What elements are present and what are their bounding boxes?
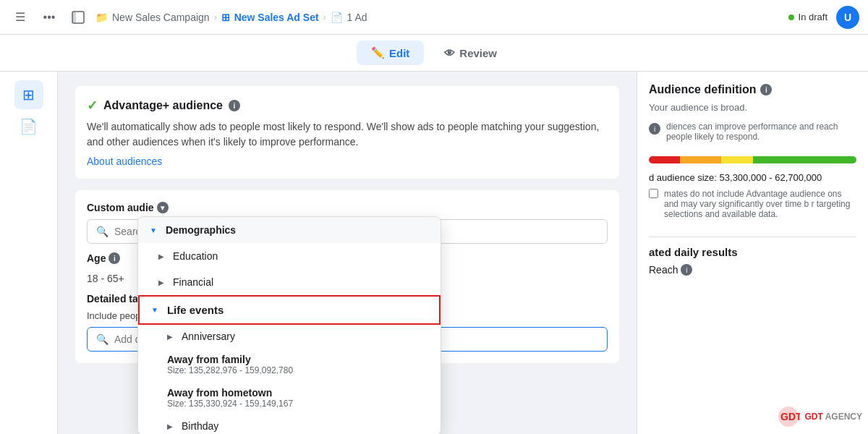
birthday-label: Birthday (182, 420, 218, 432)
demographics-header: ▼ Demographics (138, 217, 441, 243)
results-section: ated daily results Reach i (649, 237, 856, 276)
breadcrumb-separator-1: › (214, 12, 217, 22)
campaign-icon: 📁 (95, 12, 108, 23)
meter-red (649, 156, 680, 163)
top-bar-right: In draft U (788, 6, 859, 29)
away-from-family-size: Size: 135,282,976 - 159,092,780 (167, 365, 429, 375)
watermark-logo-icon: GDT (777, 405, 800, 428)
away-from-family-label: Away from family (167, 354, 429, 365)
breadcrumb-separator-2: › (323, 12, 326, 22)
anniversary-item[interactable]: ▶ Anniversary (138, 325, 441, 348)
demographics-label: Demographics (166, 224, 236, 236)
demographics-dropdown: ▼ Demographics ▶ Education ▶ Financial ▼… (137, 216, 441, 434)
audience-size-text: d audience size: 53,300,000 - 62,700,000 (649, 172, 856, 183)
away-from-family-item[interactable]: Away from family Size: 135,282,976 - 159… (138, 348, 441, 381)
panel-note-icon[interactable]: i (649, 123, 660, 135)
status-dot (788, 14, 794, 20)
content-area: ✓ Advantage+ audience i We'll automatica… (58, 72, 637, 434)
panel-info-icon[interactable]: i (760, 84, 772, 95)
edit-label: Edit (389, 47, 409, 59)
meter-orange (680, 156, 721, 163)
away-from-hometown-item[interactable]: Away from hometown Size: 135,330,924 - 1… (138, 381, 441, 414)
search-icon: 🔍 (96, 226, 109, 237)
check-icon: ✓ (87, 98, 98, 114)
adset-icon: ⊞ (221, 12, 230, 23)
ad-label: 1 Ad (347, 12, 367, 23)
review-label: Review (459, 47, 497, 59)
away-from-hometown-size: Size: 135,330,924 - 159,149,167 (167, 399, 429, 409)
birthday-item[interactable]: ▶ Birthday (138, 414, 441, 434)
adset-breadcrumb[interactable]: ⊞ New Sales Ad Set (221, 12, 319, 23)
campaign-label: New Sales Campaign (112, 12, 210, 23)
watermark-text: GDT AGENCY (804, 412, 862, 422)
disclaimer-text: mates do not include Advantage audience … (664, 189, 856, 219)
reach-info-icon[interactable]: i (681, 264, 692, 276)
advantage-info-icon[interactable]: i (229, 100, 240, 111)
disclaimer-row: mates do not include Advantage audience … (649, 189, 856, 225)
edit-icon: ✏️ (371, 46, 385, 59)
financial-item[interactable]: ▶ Financial (138, 269, 441, 295)
anniversary-chevron: ▶ (167, 333, 173, 341)
advantage-title: ✓ Advantage+ audience i (87, 98, 608, 114)
sidebar-grid-icon[interactable]: ⊞ (14, 80, 43, 109)
disclaimer-checkbox[interactable] (649, 189, 658, 198)
financial-label: Financial (173, 276, 213, 288)
reach-row: Reach i (649, 264, 856, 276)
breadcrumb-area: ☰ ••• 📁 New Sales Campaign › ⊞ New Sales… (9, 6, 783, 29)
panel-note-row: i diences can improve performance and re… (649, 122, 856, 148)
ad-icon: 📄 (331, 12, 343, 23)
custom-audience-text: Custom audie (87, 202, 154, 213)
edit-tab[interactable]: ✏️ Edit (357, 41, 424, 65)
meter-green (753, 156, 857, 163)
top-navigation-bar: ☰ ••• 📁 New Sales Campaign › ⊞ New Sales… (0, 0, 868, 35)
demographics-chevron: ▼ (150, 226, 157, 234)
status-badge: In draft (788, 12, 827, 22)
away-from-hometown-label: Away from hometown (167, 387, 429, 399)
age-info-icon[interactable]: i (109, 252, 120, 264)
age-value: 18 - 65+ (87, 273, 124, 284)
review-icon: 👁 (444, 47, 455, 59)
menu-icon[interactable]: ☰ (9, 6, 32, 29)
status-text: In draft (799, 12, 827, 22)
panel-title-text: Audience definition (649, 83, 756, 96)
age-label: Age i (87, 252, 124, 264)
results-title: ated daily results (649, 246, 856, 258)
advantage-title-text: Advantage+ audience (103, 99, 223, 112)
more-options-icon[interactable]: ••• (38, 6, 61, 29)
audience-meter (649, 156, 856, 163)
breadcrumb: 📁 New Sales Campaign › ⊞ New Sales Ad Se… (95, 12, 367, 23)
campaign-breadcrumb[interactable]: 📁 New Sales Campaign (95, 12, 210, 23)
right-panel: Audience definition i Your audience is b… (637, 72, 868, 434)
sidebar-document-icon[interactable]: 📄 (14, 112, 43, 141)
advantage-audience-section: ✓ Advantage+ audience i We'll automatica… (75, 86, 619, 179)
life-events-chevron: ▼ (151, 306, 158, 314)
edit-review-bar: ✏️ Edit 👁 Review (0, 35, 868, 72)
age-field-group: Age i 18 - 65+ (87, 252, 124, 284)
life-events-item[interactable]: ▼ Life events (138, 295, 441, 325)
ad-breadcrumb[interactable]: 📄 1 Ad (331, 12, 367, 23)
meter-yellow (721, 156, 752, 163)
panel-note-text: diences can improve performance and reac… (666, 122, 856, 142)
age-label-text: Age (87, 252, 106, 264)
education-label: Education (173, 250, 218, 262)
main-layout: ⊞ 📄 ✓ Advantage+ audience i We'll automa… (0, 72, 868, 434)
about-audiences-link[interactable]: About audiences (87, 156, 162, 167)
left-sidebar: ⊞ 📄 (0, 72, 58, 434)
user-avatar[interactable]: U (836, 6, 859, 29)
sidebar-toggle-icon[interactable] (67, 6, 90, 29)
review-tab[interactable]: 👁 Review (430, 41, 511, 65)
adset-label: New Sales Ad Set (234, 12, 319, 23)
life-events-label: Life events (167, 304, 224, 316)
advantage-description: We'll automatically show ads to people m… (87, 119, 608, 150)
reach-label-text: Reach (649, 264, 678, 276)
watermark: GDT GDT AGENCY (777, 405, 862, 428)
financial-chevron: ▶ (158, 278, 164, 286)
education-item[interactable]: ▶ Education (138, 243, 441, 269)
custom-audience-label: Custom audie ▼ (87, 202, 608, 213)
birthday-chevron: ▶ (167, 422, 173, 430)
anniversary-label: Anniversary (182, 331, 235, 342)
custom-audience-info-icon[interactable]: ▼ (157, 202, 169, 213)
reach-label: Reach i (649, 264, 692, 276)
education-chevron: ▶ (158, 252, 164, 260)
svg-rect-1 (72, 12, 76, 23)
